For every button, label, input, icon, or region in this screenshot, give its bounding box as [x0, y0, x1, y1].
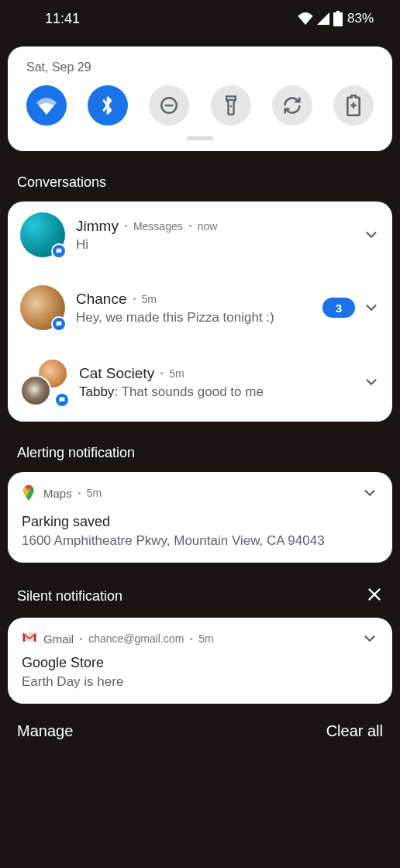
flashlight-toggle[interactable]	[211, 85, 251, 126]
conversation-time: 5m	[142, 293, 157, 305]
separator-dot-icon	[125, 225, 127, 227]
conversation-title: Jimmy	[76, 218, 119, 235]
gmail-app-icon	[22, 631, 37, 646]
conversation-title: Chance	[76, 291, 127, 308]
conversations-label: Conversations	[17, 174, 106, 191]
conversation-time: 5m	[169, 367, 184, 380]
separator-dot-icon	[160, 372, 163, 374]
maps-app-name: Maps	[43, 487, 72, 500]
battery-saver-toggle[interactable]	[333, 85, 374, 126]
gmail-notification[interactable]: Gmail chance@gmail.com 5m Google Store E…	[8, 618, 392, 704]
expand-chevron-icon[interactable]	[363, 226, 380, 243]
maps-app-icon	[22, 485, 37, 501]
gmail-account: chance@gmail.com	[88, 632, 184, 645]
clear-all-button[interactable]: Clear all	[326, 722, 383, 740]
maps-time: 5m	[87, 487, 102, 499]
maps-body: 1600 Amphitheatre Pkwy, Mountain View, C…	[22, 533, 378, 549]
messages-app-badge-icon	[51, 316, 67, 332]
separator-dot-icon	[78, 492, 81, 494]
avatar	[20, 212, 65, 257]
conversation-sender: Tabby	[79, 384, 114, 399]
alerting-label: Alerting notification	[17, 445, 135, 461]
expand-chevron-icon[interactable]	[361, 484, 378, 501]
gmail-body: Earth Day is here	[22, 674, 378, 690]
qs-drag-handle[interactable]	[187, 136, 213, 140]
maps-title: Parking saved	[22, 514, 378, 530]
svg-rect-1	[165, 105, 174, 106]
manage-button[interactable]: Manage	[17, 722, 73, 740]
conversations-header: Conversations	[17, 174, 383, 191]
gmail-title: Google Store	[22, 655, 378, 671]
alerting-header: Alerting notification	[17, 445, 383, 461]
conversation-item[interactable]: Jimmy Messages now Hi	[8, 202, 392, 268]
wifi-toggle[interactable]	[26, 85, 67, 126]
expand-chevron-icon[interactable]	[361, 630, 378, 647]
wifi-icon	[298, 12, 313, 25]
expand-chevron-icon[interactable]	[363, 299, 380, 316]
conversation-text: Hey, we made this Pizza tonight :)	[76, 310, 312, 326]
expand-chevron-icon[interactable]	[363, 374, 380, 391]
separator-dot-icon	[133, 298, 136, 300]
cellular-icon	[316, 12, 330, 25]
conversations-card: Jimmy Messages now Hi	[8, 202, 392, 422]
qs-date: Sat, Sep 29	[26, 60, 377, 74]
group-avatar	[20, 358, 68, 406]
battery-icon	[333, 11, 343, 26]
autorotate-toggle[interactable]	[272, 85, 312, 126]
conversation-app: Messages	[133, 220, 183, 232]
avatar	[20, 285, 65, 330]
messages-app-badge-icon	[54, 392, 70, 408]
dnd-toggle[interactable]	[149, 85, 189, 126]
battery-percent: 83%	[347, 11, 374, 26]
svg-point-6	[27, 488, 31, 492]
gmail-time: 5m	[198, 632, 213, 645]
silent-label: Silent notification	[17, 588, 122, 604]
dismiss-silent-icon[interactable]	[366, 586, 383, 607]
bluetooth-toggle[interactable]	[88, 85, 128, 126]
separator-dot-icon	[190, 638, 192, 640]
conversation-message-body: That sounds good to me	[122, 384, 264, 399]
quick-settings-panel: Sat, Sep 29	[8, 46, 392, 151]
separator-dot-icon	[189, 225, 191, 227]
unread-count-badge: 3	[322, 298, 355, 318]
conversation-item[interactable]: Cat Society 5m Tabby: That sounds good t…	[8, 341, 392, 422]
conversation-time: now	[198, 220, 218, 232]
conversation-item[interactable]: Chance 5m Hey, we made this Pizza tonigh…	[8, 268, 392, 341]
separator-dot-icon	[80, 638, 82, 640]
gmail-app-name: Gmail	[43, 632, 74, 646]
status-bar: 11:41 83%	[0, 0, 400, 37]
conversation-title: Cat Society	[79, 365, 154, 382]
silent-header: Silent notification	[17, 586, 383, 607]
status-time: 11:41	[45, 11, 80, 27]
conversation-text: Tabby: That sounds good to me	[79, 384, 352, 400]
dock-blur	[14, 815, 386, 859]
maps-notification[interactable]: Maps 5m Parking saved 1600 Amphitheatre …	[8, 472, 392, 563]
messages-app-badge-icon	[51, 243, 67, 259]
conversation-text: Hi	[76, 237, 352, 253]
status-icons: 83%	[298, 11, 374, 26]
